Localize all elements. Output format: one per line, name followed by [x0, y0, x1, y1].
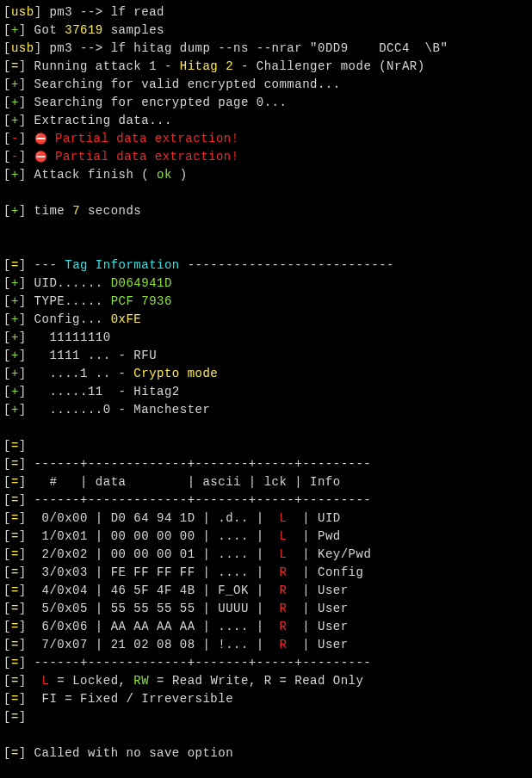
table-row: [=] 0/0x00 | D0 64 94 1D | .d.. | L | UI… — [3, 509, 529, 528]
terminal-line: [+] Searching for valid encrypted comman… — [3, 76, 529, 94]
table-row: [=] 1/0x01 | 00 00 00 00 | .... | L | Pw… — [3, 528, 529, 546]
terminal-line: [+] Config... 0xFE — [3, 311, 529, 329]
terminal-line: [+] ....1 .. - Crypto mode — [3, 365, 529, 383]
type-value: PCF 7936 — [111, 294, 172, 308]
terminal-line: [+] Extracting data... — [3, 112, 529, 130]
terminal-line: [+] time 7 seconds — [3, 202, 529, 220]
usb-label: usb — [11, 5, 34, 19]
table-row: [=] 2/0x02 | 00 00 00 01 | .... | L | Ke… — [3, 546, 529, 564]
table-row: [=] 4/0x04 | 46 5F 4F 4B | F_OK | R | Us… — [3, 582, 529, 600]
terminal-line: [+] Got 37619 samples — [3, 22, 529, 40]
terminal-line: [=] — [3, 437, 529, 455]
terminal-line — [3, 238, 529, 256]
terminal-line: [+] TYPE..... PCF 7936 — [3, 293, 529, 311]
terminal-line: [-] ⛔ Partial data extraction! — [3, 148, 529, 166]
command: lf read — [111, 5, 164, 19]
terminal-line — [3, 184, 529, 202]
table-header: [=] # | data | ascii | lck | Info — [3, 473, 529, 491]
command: lf hitag dump --ns --nrar "0DD9 DCC4 \B" — [111, 41, 448, 55]
terminal-line: [+] 11111110 — [3, 329, 529, 347]
terminal-line: [=] ------+-------------+-------+-----+-… — [3, 455, 529, 473]
terminal-line: [usb] pm3 --> lf read — [3, 3, 529, 22]
terminal-line — [3, 220, 529, 238]
terminal-line: [=] ------+-------------+-------+-----+-… — [3, 491, 529, 509]
terminal-line: [-] ⛔ Partial data extraction! — [3, 130, 529, 148]
legend-line: [=] L = Locked, RW = Read Write, R = Rea… — [3, 672, 529, 690]
no-entry-icon: ⛔ — [34, 133, 48, 145]
terminal-line: [+] UID...... D064941D — [3, 275, 529, 293]
config-value: 0xFE — [111, 312, 142, 326]
table-row: [=] 7/0x07 | 21 02 08 08 | !... | R | Us… — [3, 636, 529, 654]
terminal-line: [+] 1111 ... - RFU — [3, 347, 529, 365]
table-row: [=] 6/0x06 | AA AA AA AA | .... | R | Us… — [3, 618, 529, 636]
terminal-line: [=] --- Tag Information ----------------… — [3, 256, 529, 275]
no-entry-icon: ⛔ — [34, 151, 48, 164]
terminal-line: [usb] pm3 --> lf hitag dump --ns --nrar … — [3, 40, 529, 58]
terminal-line: [=] — [3, 708, 529, 726]
table-row: [=] 3/0x03 | FE FF FF FF | .... | R | Co… — [3, 564, 529, 582]
terminal-line: [+] Searching for encrypted page 0... — [3, 94, 529, 112]
terminal-line — [3, 763, 529, 778]
terminal-line: [=] ------+-------------+-------+-----+-… — [3, 654, 529, 672]
legend-line: [=] FI = Fixed / Irreversible — [3, 690, 529, 708]
terminal-line: [+] .....11 - Hitag2 — [3, 383, 529, 401]
terminal-line: [=] Called with no save option — [3, 744, 529, 763]
terminal-line: [+] .......0 - Manchester — [3, 401, 529, 419]
terminal-line: [+] Attack finish ( ok ) — [3, 166, 529, 184]
terminal-line — [3, 726, 529, 744]
uid-value: D064941D — [111, 276, 172, 290]
table-row: [=] 5/0x05 | 55 55 55 55 | UUUU | R | Us… — [3, 600, 529, 618]
terminal-line: [=] Running attack 1 - Hitag 2 - Challen… — [3, 58, 529, 76]
terminal-line — [3, 419, 529, 437]
